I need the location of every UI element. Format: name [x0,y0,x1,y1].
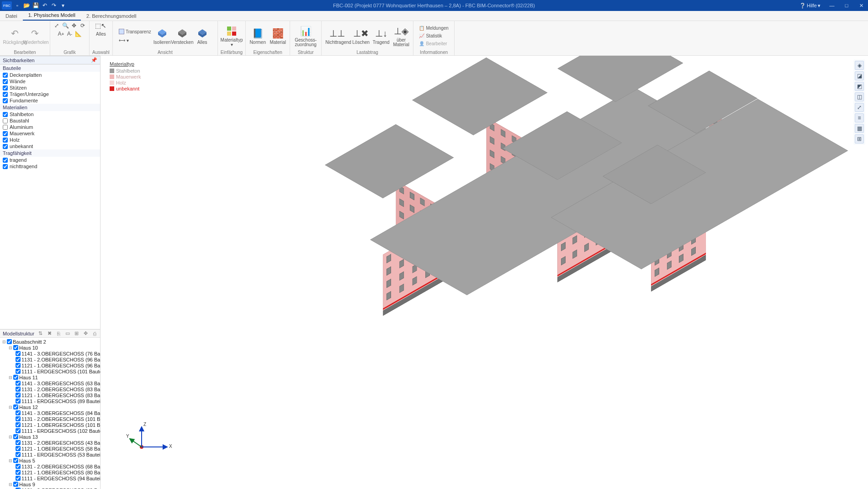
tree-checkbox[interactable] [16,393,21,398]
visibility-item[interactable]: Stützen [0,85,100,91]
visibility-checkbox[interactable] [3,112,8,117]
visibility-item[interactable]: nichttragend [0,163,100,170]
struct-tool1-icon[interactable]: ⇅ [38,330,43,337]
tree-checkbox[interactable] [16,363,21,368]
visibility-item[interactable]: Holz [0,137,100,143]
tree-node[interactable]: 1131 - 2.OBERGESCHOSS (101 Bauteile) [0,416,100,422]
visibility-item[interactable]: Deckenplatten [0,72,100,78]
undo-button[interactable]: ↶Rückgängig [6,27,24,45]
struct-tool4-icon[interactable]: ▭ [65,330,70,337]
visibility-item[interactable]: Mauerwerk [0,130,100,137]
view-persp-icon[interactable]: ◈ [855,61,864,70]
close-button[interactable]: ✕ [854,0,868,11]
tree-checkbox[interactable] [16,381,21,386]
tree-checkbox[interactable] [16,387,21,392]
qat-more-icon[interactable]: ▾ [59,2,67,9]
tree-node[interactable]: 1131 - 2.OBERGESCHOSS (89 Bauteile) [0,487,100,489]
visibility-checkbox[interactable] [3,92,8,97]
qat-save-icon[interactable]: 💾 [32,2,39,9]
transparency-toggle[interactable]: Transparenz [119,28,151,35]
tree-node[interactable]: 1141 - 3.OBERGESCHOSS (76 Bauteile) [0,351,100,356]
visibility-checkbox[interactable] [3,131,8,136]
pin-icon[interactable]: 📌 [91,57,97,63]
struct-tool3-icon[interactable]: ⎘ [56,330,61,337]
struct-tool2-icon[interactable]: ✖ [47,330,53,337]
material-button[interactable]: 🧱Material [269,27,287,45]
view-iso1-icon[interactable]: ◪ [855,71,864,80]
floor-assignment-button[interactable]: 📊Geschoss- zuordnung [293,25,318,47]
visibility-checkbox[interactable] [3,125,8,130]
tree-checkbox[interactable] [13,345,18,350]
select-all-button[interactable]: Alles [97,30,105,37]
tree-node[interactable]: 1131 - 2.OBERGESCHOSS (68 Bauteile) [0,463,100,469]
qat-new-icon[interactable]: ▫ [14,2,21,9]
tree-checkbox[interactable] [16,452,21,457]
struct-tool5-icon[interactable]: ⊞ [74,330,79,337]
app-logo[interactable]: FBC [2,1,12,10]
tree-node[interactable]: ⊟Bauabschnitt 2 [0,339,100,345]
tree-node[interactable]: 1121 - 1.OBERGESCHOSS (101 Bauteile) [0,422,100,428]
tree-checkbox[interactable] [13,375,18,380]
isolate-button[interactable]: Isolieren [153,27,171,45]
tree-checkbox[interactable] [16,428,21,433]
materialtype-button[interactable]: Materialtyp ▾ [222,25,241,47]
hide-button[interactable]: Verstecken [173,27,191,45]
qat-redo-icon[interactable]: ↷ [50,2,58,9]
tree-node[interactable]: ⊟Haus 13 [0,434,100,440]
tree-checkbox[interactable] [13,482,18,487]
measure-icon[interactable]: 📐 [75,30,82,37]
visibility-checkbox[interactable] [3,158,8,163]
tree-checkbox[interactable] [13,434,18,439]
tree-checkbox[interactable] [13,458,18,463]
tab-computation-model[interactable]: 2. Berechnungsmodell [81,11,142,21]
tree-node[interactable]: 1111 - ERDGESCHOSS (53 Bauteile) [0,452,100,457]
help-link[interactable]: ❔Hilfe▾ [799,3,820,9]
tree-node[interactable]: ⊟Haus 10 [0,345,100,351]
maximize-button[interactable]: □ [840,0,853,11]
tree-node[interactable]: 1131 - 2.OBERGESCHOSS (83 Bauteile) [0,386,100,392]
tree-checkbox[interactable] [16,440,21,445]
pan-icon[interactable]: ✥ [70,22,78,29]
bearing-button[interactable]: ⊥↓Tragend [372,27,390,45]
tree-checkbox[interactable] [16,416,21,421]
qat-undo-icon[interactable]: ↶ [41,2,48,9]
model-tree[interactable]: ⊟Bauabschnitt 2⊟Haus 101141 - 3.OBERGESC… [0,338,100,489]
view-iso3-icon[interactable]: ◫ [855,92,864,101]
tree-checkbox[interactable] [16,369,21,374]
visibility-checkbox[interactable] [3,85,8,90]
tree-node[interactable]: ⊟Haus 9 [0,481,100,487]
visibility-item[interactable]: unbekannt [0,143,100,149]
minimize-button[interactable]: — [825,0,839,11]
view-fit-icon[interactable]: ⤢ [855,103,864,112]
editor-button[interactable]: 👤Bearbeiter [419,40,447,48]
visibility-checkbox[interactable] [3,73,8,78]
show-all-button[interactable]: Alles [193,27,212,45]
tree-node[interactable]: 1131 - 2.OBERGESCHOSS (96 Bauteile) [0,356,100,362]
tree-node[interactable]: 1111 - ERDGESCHOSS (89 Bauteile) [0,398,100,404]
visibility-item[interactable]: Träger/Unterzüge [0,91,100,97]
tree-checkbox[interactable] [16,351,21,356]
font-aminus-icon[interactable]: A- [66,30,74,37]
qat-open-icon[interactable]: 📂 [23,2,30,9]
selection-dim-toggle[interactable]: ⟷▾ [119,37,129,44]
visibility-item[interactable]: Aluminium [0,124,100,130]
tree-checkbox[interactable] [16,399,21,404]
tree-node[interactable]: 1111 - ERDGESCHOSS (102 Bauteile) [0,428,100,434]
visibility-checkbox[interactable] [3,98,8,103]
view-iso2-icon[interactable]: ◩ [855,82,864,91]
messages-button[interactable]: 📋Meldungen [419,25,448,32]
view-wire-icon[interactable]: ≡ [855,113,864,122]
tree-node[interactable]: 1131 - 2.OBERGESCHOSS (43 Bauteile) [0,440,100,446]
visibility-item[interactable]: Stahlbeton [0,111,100,117]
struct-tool7-icon[interactable]: ⎙ [92,330,97,337]
tree-checkbox[interactable] [16,464,21,469]
tree-node[interactable]: ⊟Haus 5 [0,457,100,463]
non-bearing-button[interactable]: ⊥⊥Nichttragend [324,27,350,45]
tree-checkbox[interactable] [16,410,21,415]
font-aplus-icon[interactable]: A+ [58,30,65,37]
viewport-3d[interactable]: Materialtyp StahlbetonMauerwerkHolzunbek… [101,56,868,489]
via-material-button[interactable]: ⊥◈über Material [392,25,410,47]
tree-node[interactable]: 1121 - 1.OBERGESCHOSS (80 Bauteile) [0,469,100,475]
tree-checkbox[interactable] [16,422,21,427]
tree-node[interactable]: ⊟Haus 11 [0,374,100,380]
